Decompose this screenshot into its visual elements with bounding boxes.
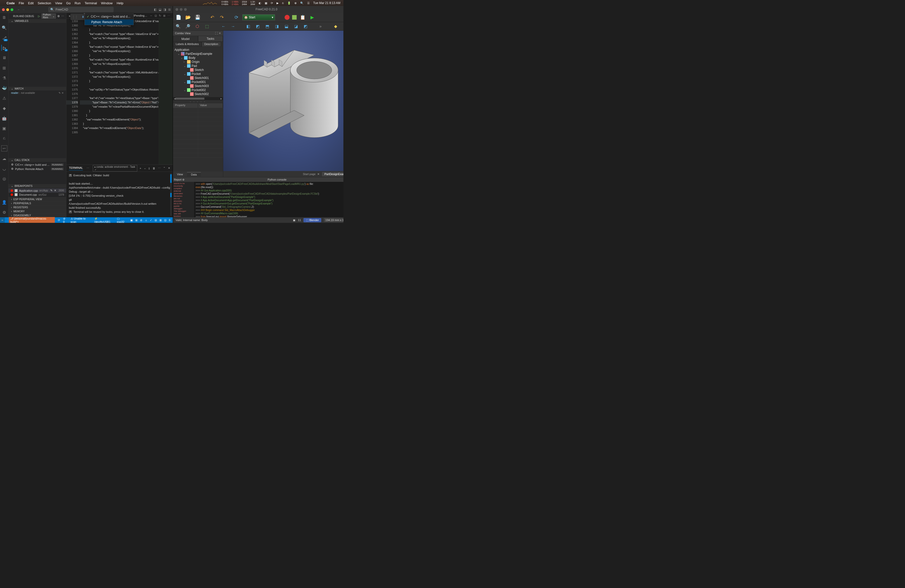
rear-view-icon[interactable]: ⬓ — [283, 23, 290, 30]
menu-help[interactable]: Help — [117, 1, 124, 5]
front-view-icon[interactable]: ◩ — [254, 23, 261, 30]
statusbar-action-icon[interactable]: ▣ — [130, 219, 133, 222]
refresh-icon[interactable]: ⟳ — [233, 14, 240, 21]
menu-window[interactable]: Window — [101, 1, 113, 5]
navigation-style-button[interactable]: ⬚ Blender — [303, 218, 321, 222]
macro-list-icon[interactable]: 📋 — [299, 14, 306, 21]
macro-record-icon[interactable] — [284, 15, 290, 20]
tree-item[interactable]: ⌄Pocket002 — [175, 88, 221, 92]
variables-section[interactable]: ⌄ VARIABLES — [8, 19, 66, 23]
bookmark-icon[interactable]: ⎌ — [1, 135, 7, 141]
warning-icon[interactable]: ⚠ — [1, 95, 7, 101]
breakpoint-item[interactable]: Application.cpp src/App ✎ ✕ 2696 — [8, 188, 66, 193]
macro-play-icon[interactable]: ▶ — [309, 14, 316, 21]
statusbar-action-icon[interactable]: ⎘ — [169, 219, 171, 222]
tree-item[interactable]: Sketch003 — [175, 84, 221, 88]
tab-data[interactable]: Data — [187, 172, 201, 176]
status-icon[interactable]: ⎋ — [282, 2, 284, 5]
measure-icon[interactable]: ◆ — [332, 23, 339, 30]
doc-tab-example[interactable]: PartDesignExample : 1✕ — [322, 172, 344, 176]
statusbar-action-icon[interactable]: ⊘ — [140, 219, 142, 222]
subtab-labels[interactable]: Labels & Attributes — [173, 42, 202, 47]
remote-indicator[interactable]: ⎓ — [0, 217, 5, 223]
settings-gear-icon[interactable]: ⚙ — [1, 209, 7, 215]
window-controls[interactable] — [175, 8, 187, 11]
section-esp-peripheral[interactable]: › ESP PERIPHERAL VIEW — [8, 197, 66, 201]
model-tree[interactable]: Application ⌄PartDesignExample ⌄Body›Ori… — [173, 47, 223, 97]
chevron-down-icon[interactable]: ⌄ — [144, 167, 146, 170]
tree-item-document[interactable]: ⌄PartDesignExample — [175, 52, 221, 56]
battery-icon[interactable]: 🔋 — [287, 2, 291, 5]
app-menu[interactable]: Code — [6, 1, 15, 5]
edit-icon[interactable]: ✎ — [50, 189, 52, 192]
tree-item[interactable]: ›Origin — [175, 60, 221, 64]
tree-item[interactable]: ⌄Pad — [175, 64, 221, 68]
right-view-icon[interactable]: ◨ — [273, 23, 280, 30]
3d-model[interactable] — [239, 40, 343, 151]
trash-icon[interactable]: 🗑 — [152, 167, 156, 170]
search-activity-icon[interactable]: 🔍 — [1, 25, 7, 31]
control-center-icon[interactable]: ☰ — [307, 2, 310, 5]
breakpoint-checkbox[interactable] — [14, 193, 17, 196]
fit-all-icon[interactable]: 🔍 — [175, 23, 181, 30]
scm-icon[interactable]: ⎇15 — [1, 35, 7, 41]
new-terminal-icon[interactable]: + — [140, 167, 141, 170]
more-icon[interactable]: ⋯ — [61, 14, 64, 18]
accounts-icon[interactable]: 👤 — [1, 199, 7, 205]
statusbar-action-icon[interactable]: ⊟ — [155, 219, 157, 222]
search-icon[interactable]: 🔍 — [300, 2, 304, 5]
terminal-output[interactable]: *Executing task: CMake: build build task… — [67, 172, 173, 217]
start-debug-icon[interactable]: ▷ — [38, 14, 40, 18]
3d-viewport[interactable] — [223, 31, 343, 171]
iso-view-icon[interactable]: ◧ — [245, 23, 251, 30]
extensions-icon[interactable]: ⊞ — [1, 65, 7, 71]
section-registers[interactable]: › REGISTERS — [8, 205, 66, 209]
minimap[interactable] — [159, 19, 173, 164]
serial-port[interactable]: ⚡ /dev/ttyUSB1 — [94, 217, 114, 223]
menu-file[interactable]: File — [19, 1, 24, 5]
terminal-tab[interactable]: TERMINAL — [69, 166, 83, 170]
breakpoints-section[interactable]: ⌄ BREAKPOINTS — [8, 184, 66, 188]
edit-icon[interactable]: ✎ — [59, 92, 60, 94]
clock[interactable]: Tue Mar 21 8:13 AM — [313, 1, 340, 5]
editor-action-icon[interactable]: ⊞ — [163, 14, 165, 17]
split-terminal-icon[interactable]: ⫿ — [149, 167, 150, 170]
statusbar-action-icon[interactable]: ⊞ — [135, 219, 138, 222]
more-views-icon[interactable]: » — [317, 23, 324, 30]
git-branch[interactable]: ⎇ personal/joursland/macos-build*+ — [9, 217, 55, 223]
explorer-icon[interactable]: 🗎 — [1, 14, 7, 21]
nav-back-icon[interactable]: ← — [17, 8, 21, 11]
statusbar-action-icon[interactable]: ☼ — [145, 219, 147, 222]
editor-action-icon[interactable]: ↻ — [159, 14, 161, 17]
close-icon[interactable]: ✕ — [62, 92, 64, 94]
menu-edit[interactable]: Edit — [28, 1, 33, 5]
gear-icon[interactable]: ⚙ — [57, 14, 60, 18]
status-icon[interactable]: ⟳ — [271, 2, 273, 5]
problems-indicator[interactable]: ⊘ 0 — [63, 217, 67, 223]
menu-run[interactable]: Run — [75, 1, 81, 5]
layout-sidebar-right-icon[interactable]: ◨ — [164, 8, 166, 11]
fit-selection-icon[interactable]: 🔎 — [184, 23, 191, 30]
remote-explorer-icon[interactable]: 🖥 — [1, 55, 7, 61]
status-icon[interactable]: ▦ — [265, 2, 267, 5]
watch-section[interactable]: ⌄ WATCH — [8, 87, 66, 91]
layout-customize-icon[interactable]: ⊞ — [168, 8, 171, 11]
horizontal-scrollbar[interactable]: ◂▸ — [173, 97, 223, 100]
close-icon[interactable]: ✕ — [54, 189, 56, 192]
gitlab-icon[interactable]: ◡ — [1, 165, 7, 172]
code-editor[interactable]: "kw">catch ("kw">const "type">Base::Unic… — [80, 19, 159, 164]
config-option[interactable]: Python: Remote Attach — [85, 19, 133, 25]
robot-icon[interactable]: 🤖 — [1, 115, 7, 121]
tree-item[interactable]: Sketch002 — [175, 92, 221, 96]
tree-item[interactable]: Sketch — [175, 68, 221, 72]
tree-item[interactable]: ⌄Pocket001 — [175, 80, 221, 84]
save-file-icon[interactable]: 💾 — [194, 14, 201, 21]
editor-action-icon[interactable]: ⊡ — [155, 14, 157, 17]
azure-icon[interactable]: ◆ — [1, 105, 7, 111]
bottom-view-icon[interactable]: ◪ — [293, 23, 299, 30]
menu-view[interactable]: View — [55, 1, 62, 5]
docker-icon[interactable]: 🐳 — [1, 85, 7, 91]
property-grid[interactable] — [173, 108, 223, 172]
maximize-panel-icon[interactable]: ⌃ — [163, 167, 165, 170]
tree-item[interactable]: ⌄Pocket — [175, 72, 221, 76]
